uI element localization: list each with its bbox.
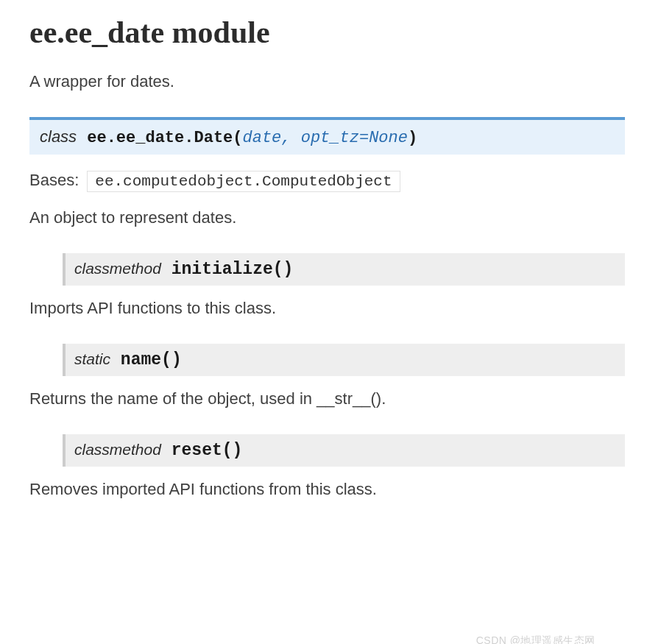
class-keyword: class: [40, 127, 77, 146]
bases-row: Bases: ee.computedobject.ComputedObject: [29, 171, 625, 192]
method-signature-name: static name(): [63, 344, 625, 376]
module-intro: A wrapper for dates.: [29, 72, 625, 91]
method-keyword: classmethod: [74, 441, 161, 458]
class-description: An object to represent dates.: [29, 208, 625, 227]
paren-close: ): [233, 441, 243, 460]
paren-open: (: [233, 129, 242, 147]
method-keyword: static: [74, 350, 110, 367]
method-name: reset: [172, 441, 222, 460]
method-description: Imports API functions to this class.: [29, 299, 625, 318]
class-params: date, opt_tz=None: [243, 129, 408, 147]
method-keyword: classmethod: [74, 260, 161, 277]
method-description: Removes imported API functions from this…: [29, 480, 625, 499]
class-name: ee.ee_date.Date: [87, 129, 233, 147]
method-signature-initialize: classmethod initialize(): [63, 253, 625, 286]
paren-open: (: [273, 260, 283, 279]
class-signature: class ee.ee_date.Date(date, opt_tz=None): [29, 117, 625, 155]
method-name: name: [121, 350, 161, 369]
method-description: Returns the name of the object, used in …: [29, 389, 625, 408]
paren-open: (: [161, 350, 172, 369]
method-signature-reset: classmethod reset(): [63, 434, 625, 467]
method-name: initialize: [172, 260, 273, 279]
paren-close: ): [283, 260, 294, 279]
watermark: CSDN @地理遥感生态网: [476, 634, 595, 644]
paren-close: ): [408, 129, 417, 147]
page-title: ee.ee_date module: [29, 15, 625, 50]
bases-label: Bases:: [29, 171, 79, 189]
paren-close: ): [172, 350, 182, 369]
bases-value: ee.computedobject.ComputedObject: [87, 171, 400, 192]
paren-open: (: [222, 441, 233, 460]
